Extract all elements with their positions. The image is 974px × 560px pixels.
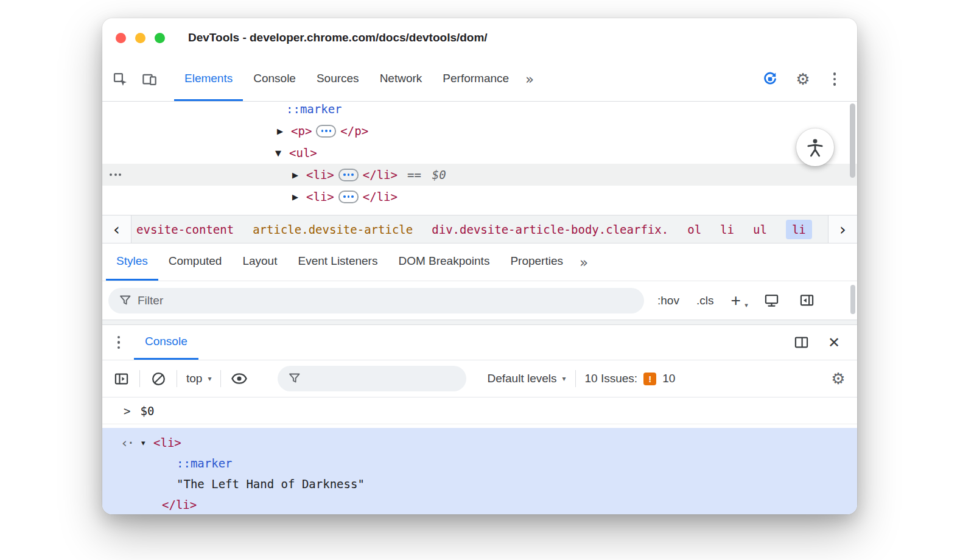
tab-styles[interactable]: Styles bbox=[106, 243, 158, 281]
breadcrumb-item-selected[interactable]: li bbox=[786, 220, 812, 239]
result-row[interactable]: "The Left Hand of Darkness" bbox=[102, 474, 857, 494]
caret-down-icon: ▾ bbox=[208, 374, 211, 383]
breadcrumb-item[interactable]: ul bbox=[753, 223, 767, 236]
filter-funnel-icon bbox=[287, 371, 302, 389]
close-window-button[interactable] bbox=[116, 33, 126, 43]
breadcrumb-scroll-right-button[interactable]: › bbox=[828, 215, 857, 243]
filter-funnel-icon bbox=[118, 293, 133, 310]
dom-tree-row-selected[interactable]: ▶<li></li>==$0 bbox=[102, 164, 857, 186]
console-drawer-header: Console ✕ bbox=[102, 325, 857, 360]
styles-scrollbar[interactable] bbox=[850, 285, 855, 314]
tab-event-listeners[interactable]: Event Listeners bbox=[287, 243, 388, 281]
breadcrumb-item[interactable]: li bbox=[720, 223, 734, 236]
result-row[interactable]: ‹· ▾ <li> bbox=[102, 432, 857, 453]
drawer-menu-icon[interactable] bbox=[111, 334, 127, 352]
result-row[interactable]: ::marker bbox=[102, 453, 857, 474]
elements-panel: ::marker ▶<p></p> ▼<ul> ▶<li></li>==$0 ▶… bbox=[102, 102, 857, 215]
dom-tree-row[interactable]: ▶<li></li> bbox=[102, 186, 857, 208]
expand-triangle-icon[interactable]: ▶ bbox=[292, 170, 306, 180]
toolbar-left-icons bbox=[111, 57, 158, 101]
tab-layout[interactable]: Layout bbox=[232, 243, 287, 281]
prompt-chevron-icon: > bbox=[124, 404, 130, 418]
context-selector[interactable]: top▾ bbox=[186, 372, 211, 385]
more-tabs-button[interactable]: » bbox=[519, 57, 540, 101]
collapse-triangle-icon[interactable]: ▾ bbox=[141, 438, 153, 447]
chevron-right-icon: › bbox=[839, 220, 846, 239]
toggle-element-state-button[interactable]: :hov bbox=[657, 294, 679, 307]
split-panel-icon[interactable] bbox=[793, 334, 811, 352]
elements-scrollbar[interactable] bbox=[850, 103, 855, 178]
inline-expand-button[interactable] bbox=[316, 125, 336, 138]
breadcrumb-bar: ‹ evsite-content article.devsite-article… bbox=[102, 215, 857, 243]
issues-label: 10 Issues: bbox=[585, 372, 638, 385]
breadcrumb-item[interactable]: article.devsite-article bbox=[253, 223, 413, 236]
breadcrumb: evsite-content article.devsite-article d… bbox=[131, 215, 828, 243]
pseudo-element-marker: ::marker bbox=[286, 102, 342, 116]
desktop-background: DevTools - developer.chrome.com/docs/dev… bbox=[0, 0, 974, 560]
accessibility-overlay-button[interactable] bbox=[796, 128, 834, 166]
dollar-zero-ref: $0 bbox=[432, 168, 446, 181]
breadcrumb-scroll-left-button[interactable]: ‹ bbox=[102, 215, 131, 243]
title-bar: DevTools - developer.chrome.com/docs/dev… bbox=[102, 18, 857, 57]
rendering-emulation-icon[interactable] bbox=[763, 292, 781, 310]
element-classes-button[interactable]: .cls bbox=[696, 294, 714, 307]
close-drawer-icon[interactable]: ✕ bbox=[828, 334, 840, 351]
zoom-window-button[interactable] bbox=[155, 33, 165, 43]
inspect-element-icon[interactable] bbox=[111, 70, 129, 88]
drawer-tab-console[interactable]: Console bbox=[134, 325, 198, 360]
console-filter-input[interactable] bbox=[278, 366, 466, 391]
returned-value-icon: ‹· bbox=[121, 435, 141, 450]
tab-dom-breakpoints[interactable]: DOM Breakpoints bbox=[388, 243, 500, 281]
console-eval-result[interactable]: ‹· ▾ <li> ::marker "The Left Hand of Dar… bbox=[102, 428, 857, 514]
echoed-command: $0 bbox=[140, 404, 154, 418]
console-filter-field bbox=[278, 366, 466, 391]
expand-triangle-icon[interactable]: ▶ bbox=[277, 127, 291, 136]
tab-sources[interactable]: Sources bbox=[306, 57, 370, 101]
dom-tree-row[interactable]: ▶<p></p> bbox=[102, 120, 857, 142]
collapse-triangle-icon[interactable]: ▼ bbox=[275, 149, 289, 158]
tab-properties[interactable]: Properties bbox=[500, 243, 573, 281]
caret-down-icon: ▾ bbox=[562, 374, 566, 383]
breadcrumb-item[interactable]: evsite-content bbox=[136, 223, 234, 236]
result-row[interactable]: </li> bbox=[102, 494, 857, 514]
caret-down-icon: ▾ bbox=[745, 301, 748, 309]
minimize-window-button[interactable] bbox=[135, 33, 145, 43]
clear-console-icon[interactable] bbox=[149, 369, 167, 388]
console-sidebar-icon[interactable] bbox=[112, 369, 130, 388]
inline-expand-button[interactable] bbox=[338, 191, 359, 203]
new-style-rule-button[interactable]: +▾ bbox=[730, 291, 745, 310]
expand-triangle-icon[interactable]: ▶ bbox=[292, 192, 306, 201]
console-settings-gear-icon[interactable]: ⚙ bbox=[829, 369, 847, 388]
window-title: DevTools - developer.chrome.com/docs/dev… bbox=[188, 31, 488, 44]
drawer-divider[interactable] bbox=[102, 320, 857, 325]
drawer-header-icons: ✕ bbox=[793, 325, 849, 360]
log-levels-selector[interactable]: Default levels▾ bbox=[487, 372, 566, 385]
styles-filter-input[interactable] bbox=[108, 288, 644, 313]
dom-tree-row[interactable]: ▼<ul> bbox=[102, 142, 857, 164]
tab-elements[interactable]: Elements bbox=[174, 57, 243, 101]
issues-badge-icon: ! bbox=[643, 373, 656, 385]
tab-computed[interactable]: Computed bbox=[158, 243, 233, 281]
extension-sync-icon[interactable] bbox=[761, 70, 779, 88]
more-sidebar-tabs-button[interactable]: » bbox=[573, 243, 594, 281]
issues-counter[interactable]: 10 Issues: ! 10 bbox=[585, 372, 676, 385]
breadcrumb-item[interactable]: div.devsite-article-body.clearfix. bbox=[432, 223, 668, 236]
customize-devtools-icon[interactable] bbox=[827, 70, 843, 88]
styles-filter-field bbox=[108, 288, 644, 313]
styles-toolbar: :hov .cls +▾ bbox=[102, 281, 857, 320]
toggle-sidebar-icon[interactable] bbox=[798, 292, 816, 310]
devtools-window: DevTools - developer.chrome.com/docs/dev… bbox=[102, 18, 857, 514]
tab-network[interactable]: Network bbox=[370, 57, 433, 101]
panel-tabs: Elements Console Sources Network Perform… bbox=[174, 57, 519, 101]
live-expression-eye-icon[interactable] bbox=[230, 369, 248, 388]
breadcrumb-item[interactable]: ol bbox=[687, 223, 701, 236]
inline-expand-button[interactable] bbox=[338, 169, 359, 181]
dom-tree-row[interactable]: ::marker bbox=[102, 102, 857, 120]
chevron-left-icon: ‹ bbox=[113, 220, 120, 239]
tab-performance[interactable]: Performance bbox=[432, 57, 519, 101]
settings-gear-icon[interactable]: ⚙ bbox=[794, 70, 812, 88]
tab-console[interactable]: Console bbox=[243, 57, 306, 101]
row-more-actions-icon[interactable] bbox=[110, 173, 121, 176]
styles-toolbar-controls: :hov .cls +▾ bbox=[657, 291, 816, 310]
device-toolbar-icon[interactable] bbox=[140, 70, 158, 88]
